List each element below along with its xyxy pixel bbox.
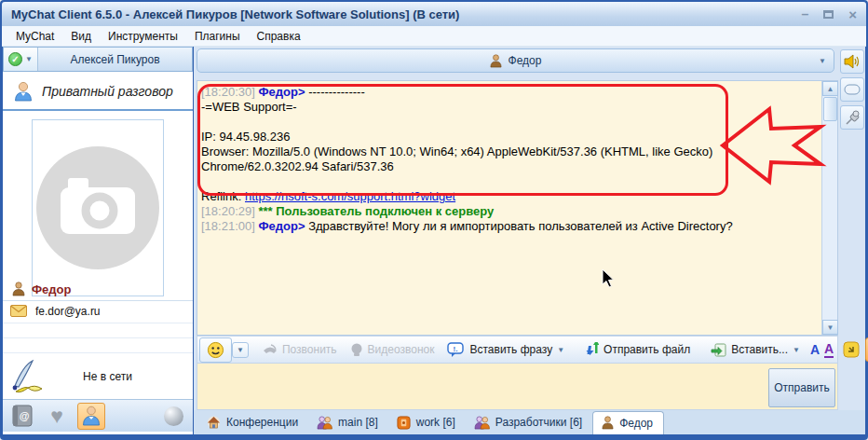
call-label: Позвонить — [282, 343, 337, 356]
menu-view[interactable]: Вид — [62, 28, 100, 45]
person-icon — [602, 416, 614, 430]
speech-bubble-icon: !. — [447, 342, 465, 358]
font-button[interactable]: АА — [807, 340, 837, 359]
chat-header[interactable]: Федор ▼ — [197, 48, 834, 73]
sidebar-toolbar: @ ♥ — [3, 399, 193, 432]
heart-icon: ♥ — [50, 406, 63, 427]
tab-label: main [8] — [338, 416, 378, 429]
blank-line — [201, 174, 805, 189]
scrollbar-thumb[interactable] — [823, 97, 837, 121]
tab-work[interactable]: work [6] — [388, 411, 466, 434]
file-transfer-icon — [585, 342, 599, 358]
window-controls: – × — [801, 7, 857, 21]
quote-button[interactable] — [841, 339, 861, 360]
contact-name: Федор — [32, 282, 71, 296]
chat-header-title: Федор — [509, 54, 542, 67]
video-call-label: Видеозвонок — [368, 343, 435, 356]
tab-label: Разработчики [6] — [495, 416, 582, 429]
call-button: Позвонить — [256, 340, 344, 360]
contact-person-icon — [12, 282, 25, 296]
tab-main[interactable]: main [8] — [308, 411, 388, 434]
message-line: [18:20:30] Федор> -------------- — [201, 85, 805, 100]
author-name: Федор> — [258, 85, 305, 99]
avatar-placeholder — [32, 119, 164, 296]
pin-button[interactable] — [840, 105, 864, 130]
sidebar-header: ✓ ▼ Алексей Пикуров — [3, 47, 193, 72]
status-button[interactable]: ✓ ▼ — [4, 48, 38, 71]
favorites-button[interactable]: ♥ — [43, 403, 71, 430]
message-text: Здравствуйте! Могу ли я импортировать по… — [308, 219, 733, 233]
empty-list-row — [3, 337, 193, 351]
sound-button[interactable] — [840, 49, 864, 74]
person-icon — [82, 406, 101, 426]
contact-name-row[interactable]: Федор — [3, 278, 193, 300]
tab-conferences[interactable]: Конференции — [198, 411, 308, 434]
contact-info-button[interactable] — [77, 403, 105, 430]
emoji-button[interactable] — [199, 337, 232, 363]
window-title: MyChat Client 6.5.0 - Алексей Пикуров [N… — [11, 7, 459, 21]
online-status-icon: ✓ — [8, 52, 22, 66]
chevron-down-icon[interactable]: ▼ — [819, 57, 826, 65]
people-icon — [474, 416, 490, 430]
rounded-panel-icon — [844, 84, 861, 95]
scroll-down-button[interactable]: ▼ — [822, 320, 838, 335]
private-talk-label: Приватный разговор — [42, 84, 173, 99]
tab-developers[interactable]: Разработчики [6] — [466, 411, 592, 434]
menu-tools[interactable]: Инструменты — [100, 28, 186, 45]
chevron-down-icon: ▼ — [557, 346, 564, 354]
minimize-button[interactable]: – — [801, 7, 808, 21]
sidebar: ✓ ▼ Алексей Пикуров Приватный разговор — [3, 47, 193, 434]
chevron-down-icon: ▼ — [237, 346, 244, 354]
menu-help[interactable]: Справка — [249, 28, 309, 45]
compact-view-button[interactable] — [840, 77, 864, 102]
reflink-url[interactable]: https://nsoft-s.com/support.html?widget — [245, 189, 455, 203]
insert-phrase-button[interactable]: !. Вставить фразу ▼ — [441, 339, 571, 361]
toolbar-right-group: АА abc ✓ — [807, 337, 868, 362]
message-line: [18:21:00] Федор> Здравствуйте! Могу ли … — [201, 219, 805, 234]
house-icon — [207, 416, 221, 429]
reflink-label: Reflink: — [201, 189, 241, 203]
insert-button[interactable]: Вставить... ▼ — [704, 340, 807, 360]
menu-bar: MyChat Вид Инструменты Плагины Справка — [2, 26, 866, 47]
close-button[interactable]: × — [848, 7, 857, 21]
message-line: Browser: Mozilla/5.0 (Windows NT 10.0; W… — [201, 144, 788, 174]
emoji-dropdown-button[interactable]: ▼ — [232, 342, 249, 358]
video-call-button: Видеозвонок — [344, 340, 441, 360]
chat-message-area: [18:20:30] Федор> -------------- -=WEB S… — [197, 80, 838, 336]
maximize-button[interactable] — [823, 10, 834, 19]
menu-mychat[interactable]: MyChat — [7, 28, 62, 45]
contacts-book-button[interactable]: @ — [8, 403, 36, 430]
svg-text:@: @ — [20, 410, 30, 421]
tab-label: work [6] — [416, 416, 455, 429]
mychat-window: MyChat Client 6.5.0 - Алексей Пикуров [N… — [0, 0, 868, 440]
smiley-icon — [207, 341, 224, 359]
tab-fedor[interactable]: Федор — [592, 411, 664, 434]
message-line: -=WEB Support=- — [201, 100, 805, 115]
chat-scrollbar[interactable]: ▲ ▼ — [821, 81, 837, 335]
blank-line — [201, 115, 805, 130]
contact-email-row[interactable]: fe.dor@ya.ru — [3, 300, 193, 321]
insert-label: Вставить... — [731, 343, 788, 356]
send-button[interactable]: Отправить — [768, 368, 835, 407]
send-file-button[interactable]: Отправить файл — [578, 339, 697, 361]
title-bar: MyChat Client 6.5.0 - Алексей Пикуров [N… — [2, 2, 866, 26]
timestamp: [18:21:00] — [201, 219, 255, 233]
timestamp: [18:20:29] — [201, 204, 255, 218]
scroll-up-button[interactable]: ▲ — [822, 81, 838, 96]
web-button[interactable] — [159, 403, 187, 430]
message-line: IP: 94.45.98.236 — [201, 130, 805, 144]
message-toolbar: ▼ Позвонить Видеозвонок — [197, 336, 838, 364]
current-user-name: Алексей Пикуров — [38, 53, 192, 66]
contact-status-text: Не в сети — [83, 370, 132, 383]
message-input-area[interactable]: Отправить — [197, 364, 838, 410]
private-talk-row[interactable]: Приватный разговор — [3, 73, 193, 111]
svg-text:!.: !. — [454, 344, 458, 352]
main-area: Федор ▼ — [194, 47, 865, 434]
tab-label: Федор — [619, 417, 653, 430]
chat-person-icon — [490, 54, 502, 68]
chevron-down-icon: ▼ — [793, 346, 800, 354]
conversation-tabbar: Конференции main [8] work [6] — [194, 410, 865, 434]
menu-plugins[interactable]: Плагины — [186, 28, 249, 45]
message-text: -------------- — [308, 85, 365, 99]
webcam-icon — [350, 343, 363, 357]
